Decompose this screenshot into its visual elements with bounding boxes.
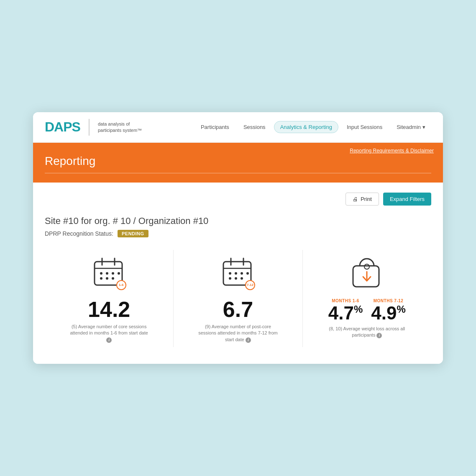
info-icon-core[interactable]: i xyxy=(106,337,112,343)
site-info: Site #10 for org. # 10 / Organization #1… xyxy=(45,216,431,237)
info-icon-weight[interactable]: i xyxy=(376,333,382,338)
recognition-label: DPRP Recognition Status: xyxy=(45,230,113,237)
recognition-row: DPRP Recognition Status: PENDING xyxy=(45,230,431,237)
logo-divider xyxy=(89,119,90,136)
svg-point-23 xyxy=(364,264,369,269)
stat-weight-loss: MONTHS 1-6 4.7% MONTHS 7-12 4.9% (8, 10)… xyxy=(303,250,431,347)
svg-point-6 xyxy=(112,272,114,275)
stats-grid: 1-6 14.2 (5) Average number of core sess… xyxy=(45,250,431,347)
weight-months-7-12: MONTHS 7-12 4.9% xyxy=(371,298,406,322)
svg-point-10 xyxy=(118,272,120,275)
stat-desc-core: (5) Average number of core sessions atte… xyxy=(67,324,151,343)
svg-point-16 xyxy=(235,272,237,275)
siteadmin-label: Siteadmin xyxy=(397,124,421,130)
weight-value-1-6: 4.7% xyxy=(328,304,363,322)
nav-participants[interactable]: Participants xyxy=(195,121,235,133)
info-icon-postcore[interactable]: i xyxy=(246,337,251,343)
calendar-7-12-icon: 7-12 xyxy=(219,254,257,292)
svg-point-17 xyxy=(241,272,243,275)
banner-divider xyxy=(45,173,431,173)
weight-months-1-6: MONTHS 1-6 4.7% xyxy=(328,298,363,322)
toolbar: 🖨 Print Expand Filters xyxy=(45,193,431,206)
stat-core-sessions: 1-6 14.2 (5) Average number of core sess… xyxy=(45,250,174,347)
logo-daps: DAPS xyxy=(45,119,80,135)
weight-value-7-12: 4.9% xyxy=(371,304,406,322)
site-title: Site #10 for org. # 10 / Organization #1… xyxy=(45,216,431,226)
disclaimer-link[interactable]: Reporting Requirements & Disclaimer xyxy=(350,148,434,154)
svg-point-9 xyxy=(112,277,114,280)
chevron-down-icon: ▾ xyxy=(422,124,425,130)
svg-point-8 xyxy=(106,277,108,280)
weight-scale-icon xyxy=(348,254,386,292)
logo-subtitle: data analysis of participants system™ xyxy=(98,121,148,134)
svg-point-15 xyxy=(229,272,231,275)
banner: Reporting Requirements & Disclaimer Repo… xyxy=(33,143,443,183)
stat-value-postcore: 6.7 xyxy=(223,298,253,320)
stat-postcore-sessions: 7-12 6.7 (9) Average number of post-core… xyxy=(174,250,302,347)
banner-title: Reporting xyxy=(45,154,431,168)
badge-1-6: 1-6 xyxy=(116,280,126,290)
expand-filters-button[interactable]: Expand Filters xyxy=(383,193,431,206)
browser-window: DAPS data analysis of participants syste… xyxy=(33,112,443,364)
calendar-1-6-icon: 1-6 xyxy=(90,254,128,292)
printer-icon: 🖨 xyxy=(353,196,358,202)
nav-siteadmin[interactable]: Siteadmin ▾ xyxy=(391,121,431,133)
logo-area: DAPS data analysis of participants syste… xyxy=(45,119,148,136)
svg-point-20 xyxy=(241,277,243,280)
nav-sessions[interactable]: Sessions xyxy=(238,121,271,133)
svg-point-21 xyxy=(246,272,249,275)
svg-point-7 xyxy=(100,277,102,280)
svg-point-5 xyxy=(106,272,108,275)
nav-bar: DAPS data analysis of participants syste… xyxy=(33,112,443,143)
nav-analytics[interactable]: Analytics & Reporting xyxy=(274,121,338,133)
svg-point-18 xyxy=(229,277,231,280)
badge-7-12: 7-12 xyxy=(245,280,255,290)
print-label: Print xyxy=(361,196,372,202)
nav-input-sessions[interactable]: Input Sessions xyxy=(341,121,388,133)
nav-links: Participants Sessions Analytics & Report… xyxy=(195,121,431,133)
svg-point-19 xyxy=(235,277,237,280)
stat-value-core: 14.2 xyxy=(88,298,130,320)
content-area: 🖨 Print Expand Filters Site #10 for org.… xyxy=(33,183,443,364)
svg-point-4 xyxy=(100,272,102,275)
stat-desc-postcore: (9) Average number of post-core sessions… xyxy=(196,324,280,343)
status-badge: PENDING xyxy=(118,230,148,237)
stat-desc-weight: (8, 10) Average weight loss across all p… xyxy=(325,326,409,339)
weight-values: MONTHS 1-6 4.7% MONTHS 7-12 4.9% xyxy=(328,298,406,322)
print-button[interactable]: 🖨 Print xyxy=(345,193,379,206)
